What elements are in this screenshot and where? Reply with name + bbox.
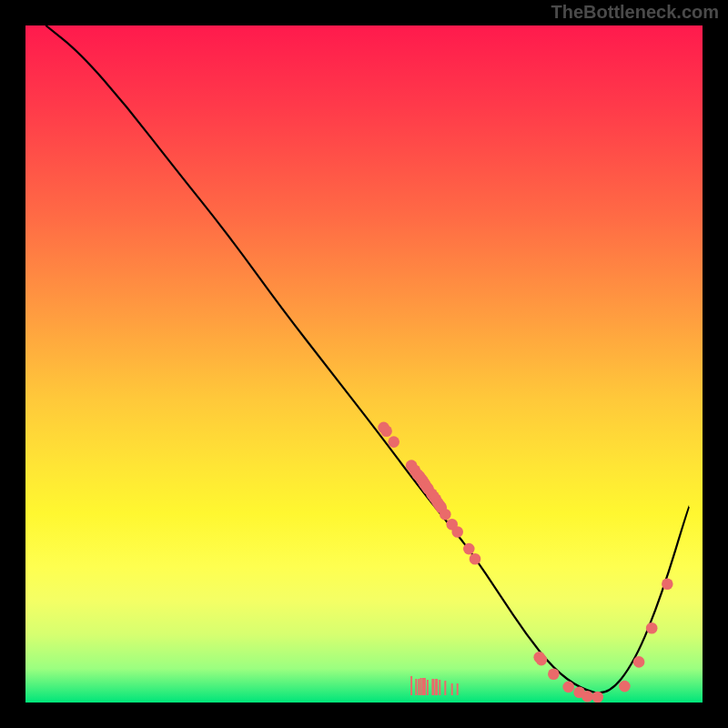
chart-tick — [431, 679, 434, 695]
line-series — [46, 25, 689, 693]
data-point — [646, 622, 658, 634]
data-point — [592, 692, 603, 703]
chart-tick — [418, 679, 420, 695]
chart-tick — [427, 680, 429, 695]
data-point — [662, 579, 673, 591]
chart-svg — [25, 25, 703, 703]
data-point — [536, 654, 548, 666]
chart-area — [25, 25, 703, 703]
chart-tick — [435, 679, 438, 695]
chart-tick — [451, 683, 453, 695]
data-point — [380, 425, 392, 437]
chart-tick — [444, 681, 446, 695]
chart-tick — [420, 678, 422, 695]
data-point — [619, 681, 631, 693]
data-point — [451, 526, 463, 538]
data-point — [633, 656, 645, 668]
chart-tick — [423, 678, 426, 695]
data-point — [581, 691, 593, 703]
data-point — [388, 436, 399, 448]
chart-tick — [457, 683, 459, 695]
watermark-text: TheBottleneck.com — [551, 2, 719, 23]
chart-tick — [439, 680, 440, 695]
chart-tick — [410, 676, 412, 695]
data-point — [470, 553, 481, 565]
data-point — [440, 509, 451, 521]
data-point — [562, 682, 574, 693]
data-point — [463, 543, 475, 555]
chart-tick — [415, 679, 417, 695]
data-point — [548, 669, 560, 681]
